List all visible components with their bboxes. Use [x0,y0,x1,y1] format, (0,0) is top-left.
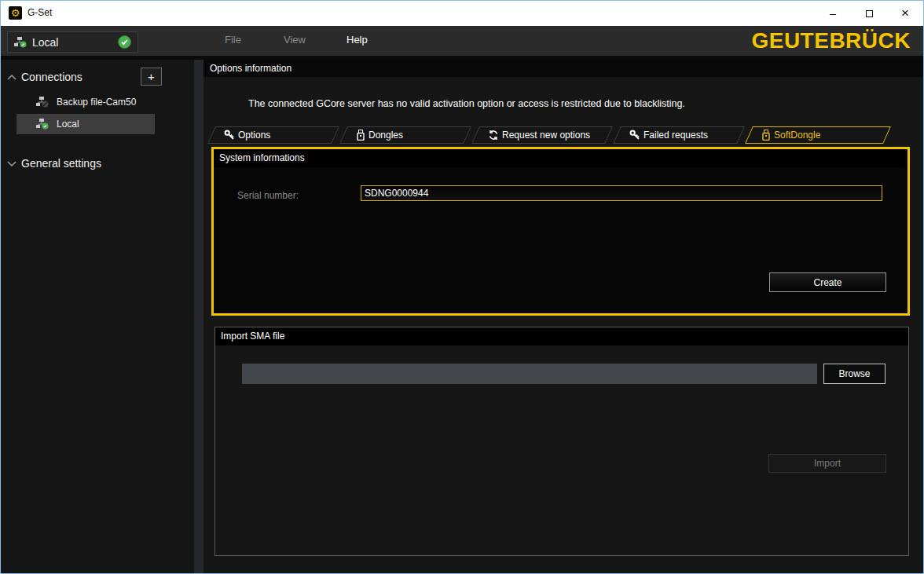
serial-number-label: Serial number: [237,190,299,201]
tab-label: Failed requests [644,130,708,141]
create-button[interactable]: Create [769,272,886,292]
app-window: ⚙ G-Set – × Local File View H [0,0,924,574]
dongle-icon [761,130,771,141]
tab-failed-requests[interactable]: Failed requests [617,126,741,144]
browse-button[interactable]: Browse [823,364,886,384]
sidebar-scrollbar[interactable] [194,60,204,573]
key-icon [224,130,235,141]
page-title: Options information [204,60,923,77]
minimize-button[interactable]: – [815,1,851,26]
connections-list: Backup file-Cam50 Local [1,91,164,135]
sidebar: Connections + Backup file-Cam50 [1,60,194,573]
tab-label: SoftDongle [774,130,820,141]
serial-number-input[interactable] [361,185,882,201]
menu-file[interactable]: File [225,34,241,46]
title-bar: ⚙ G-Set – × [1,1,923,26]
tab-bar: Options Dongles [211,126,887,144]
tab-options[interactable]: Options [211,126,336,144]
app-gear-icon: ⚙ [9,6,22,20]
connection-item-label: Backup file-Cam50 [57,97,136,108]
network-connection-offline-icon [36,97,49,108]
window-title: G-Set [28,7,52,18]
tab-label: Request new options [502,130,590,141]
sidebar-section-general-settings[interactable]: General settings [1,154,194,173]
connected-status-icon [118,35,131,49]
top-bar: Local File View Help GEUTEBRÜCK [1,26,923,56]
network-connection-online-icon [36,119,49,130]
panel-title: Import SMA file [215,327,908,345]
system-informations-panel: System informations Serial number: Creat… [211,147,910,316]
tab-label: Dongles [368,130,403,141]
main-content: Options information The connected GCore … [204,60,923,573]
tab-label: Options [238,130,270,141]
tab-softdongle[interactable]: SoftDongle [749,126,887,144]
key-icon [629,130,640,141]
connection-item-local[interactable]: Local [1,113,164,135]
page-header: Options information [204,60,923,77]
maximize-icon [866,10,873,17]
brand-logo: GEUTEBRÜCK [751,28,911,53]
maximize-button[interactable] [851,1,887,26]
minimize-icon: – [830,9,836,17]
request-refresh-icon [488,130,499,141]
connection-selector-value: Local [32,36,118,49]
chevron-down-icon [7,161,16,166]
import-sma-panel: Import SMA file Browse Import [214,327,909,556]
panel-title: System informations [214,149,908,167]
chevron-up-icon [7,75,16,80]
panel-header: System informations [214,149,908,167]
tab-dongles[interactable]: Dongles [343,126,468,144]
menu-help[interactable]: Help [346,34,368,46]
close-icon: × [901,5,909,21]
sidebar-section-connections[interactable]: Connections [1,68,194,86]
connection-item-label: Local [57,119,79,130]
panel-header: Import SMA file [215,327,908,345]
activation-warning-text: The connected GCore server has no valid … [248,98,685,109]
tab-request-new-options[interactable]: Request new options [475,126,609,144]
connection-item-backup[interactable]: Backup file-Cam50 [1,91,164,113]
sma-file-path-input[interactable] [242,364,817,384]
menu-view[interactable]: View [284,34,306,46]
import-button: Import [768,454,886,473]
general-settings-section-label: General settings [21,157,101,170]
close-button[interactable]: × [887,1,923,26]
connections-section-label: Connections [21,71,82,83]
connection-selector[interactable]: Local [7,31,138,53]
add-connection-button[interactable]: + [141,68,162,86]
dongle-icon [356,130,365,141]
network-connection-icon [14,37,27,48]
